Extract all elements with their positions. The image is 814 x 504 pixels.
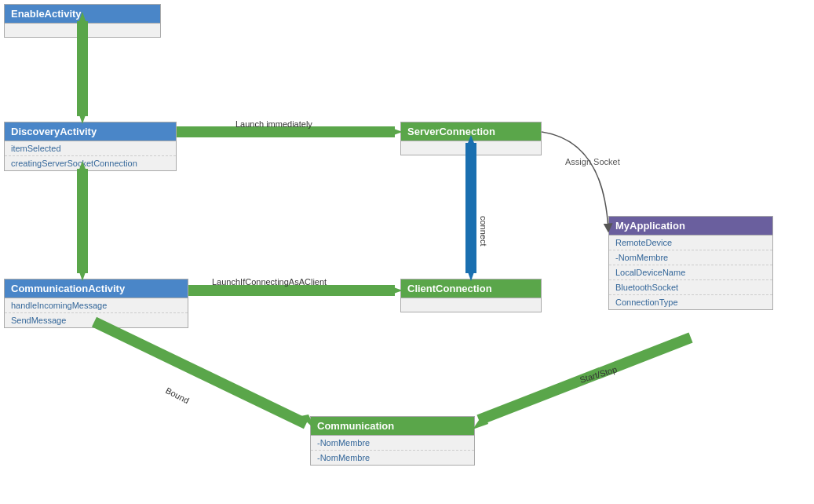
communication-body: -NomMembre -NomMembre — [311, 435, 474, 465]
myapp-field-1: RemoteDevice — [609, 236, 772, 250]
arrow-comm-to-communication-bound — [94, 322, 306, 424]
discovery-field-1: itemSelected — [5, 141, 176, 156]
myapp-field-4: BluetoothSocket — [609, 280, 772, 295]
my-application-body: RemoteDevice -NomMembre LocalDeviceName … — [609, 235, 772, 309]
arrow-assign-socket — [542, 132, 608, 232]
label-assign-socket: Assign Socket — [565, 157, 620, 166]
server-connection-header: ServerConnection — [401, 122, 541, 141]
communication-header: Communication — [311, 417, 474, 435]
label-connect: connect — [479, 216, 488, 247]
communication-activity-box: CommunicationActivity handleIncomingMess… — [4, 279, 188, 328]
client-connection-header: ClientConnection — [401, 279, 541, 298]
label-start-stop: Start/Stop — [579, 364, 618, 385]
client-connection-body — [401, 298, 541, 312]
enable-activity-body — [5, 23, 160, 37]
communication-field-2: -NomMembre — [311, 451, 474, 465]
server-connection-box: ServerConnection — [400, 122, 542, 155]
communication-box: Communication -NomMembre -NomMembre — [310, 416, 475, 466]
server-connection-body — [401, 141, 541, 155]
comm-activity-field-1: handleIncomingMessage — [5, 298, 188, 313]
arrow-myapp-to-communication-startstop — [479, 338, 691, 420]
myapp-field-5: ConnectionType — [609, 295, 772, 309]
arrow-startstop-head — [473, 412, 488, 429]
enable-activity-box: EnableActivity — [4, 4, 161, 38]
communication-field-1: -NomMembre — [311, 436, 474, 451]
diagram-container: EnableActivity DiscoveryActivity itemSel… — [0, 0, 814, 504]
label-bound: Bound — [164, 385, 191, 405]
myapp-field-2: -NomMembre — [609, 250, 772, 265]
my-application-header: MyApplication — [609, 217, 772, 235]
enable-activity-header: EnableActivity — [5, 5, 160, 23]
label-launch-immediately: Launch immediately — [235, 119, 312, 129]
communication-activity-body: handleIncomingMessage SendMessage — [5, 298, 188, 327]
myapp-field-3: LocalDeviceName — [609, 265, 772, 280]
communication-activity-header: CommunicationActivity — [5, 279, 188, 298]
discovery-activity-box: DiscoveryActivity itemSelected creatingS… — [4, 122, 177, 171]
discovery-activity-body: itemSelected creatingServerSocketConnect… — [5, 141, 176, 170]
client-connection-box: ClientConnection — [400, 279, 542, 312]
comm-activity-field-2: SendMessage — [5, 313, 188, 327]
discovery-activity-header: DiscoveryActivity — [5, 122, 176, 141]
my-application-box: MyApplication RemoteDevice -NomMembre Lo… — [608, 216, 773, 310]
label-launch-if-connecting: LaunchIfConnectingAsAClient — [212, 277, 327, 287]
discovery-field-2: creatingServerSocketConnection — [5, 156, 176, 170]
